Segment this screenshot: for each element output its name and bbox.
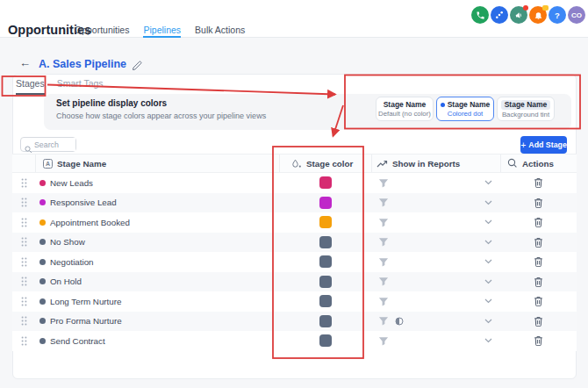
edit-pencil-icon[interactable] (132, 59, 142, 75)
delete-stage-button[interactable] (534, 296, 543, 306)
notification-dot (523, 5, 528, 11)
drag-handle-icon[interactable] (21, 297, 27, 306)
option-label: Stage Name (384, 100, 427, 109)
stage-dot (39, 199, 46, 205)
avatar[interactable]: CO (568, 6, 585, 24)
avatar-initials: CO (571, 11, 582, 19)
trend-icon (376, 159, 388, 169)
stage-color-swatch[interactable] (319, 197, 332, 209)
column-actions: Actions (500, 154, 577, 172)
delete-stage-button[interactable] (534, 237, 543, 248)
funnel-icon[interactable] (378, 237, 389, 247)
option-label: Stage Name (448, 100, 491, 109)
add-stage-button[interactable]: + Add Stage (520, 136, 567, 154)
stage-dot (39, 219, 46, 226)
delete-stage-button[interactable] (534, 335, 543, 346)
drag-column-header (12, 154, 35, 172)
funnel-icon[interactable] (378, 316, 389, 326)
integrations-icon[interactable] (491, 6, 508, 24)
stage-color-swatch[interactable] (319, 236, 332, 248)
stage-name-label: No Show (50, 237, 85, 247)
delete-stage-button[interactable] (534, 198, 543, 208)
bell-icon[interactable] (529, 6, 547, 24)
delete-stage-button[interactable] (534, 217, 543, 227)
funnel-icon[interactable] (378, 297, 389, 306)
pipeline-title: A. Sales Pipeline (39, 58, 126, 70)
drag-handle-icon[interactable] (21, 336, 27, 346)
tab-bulk-actions[interactable]: Bulk Actions (195, 25, 245, 38)
tab-smart-tags[interactable]: Smart Tags (57, 78, 104, 95)
chevron-down-icon[interactable] (484, 240, 492, 245)
display-option-colored-dot[interactable]: Stage Name Colored dot (436, 97, 494, 121)
table-row: Long Term Nurture (12, 291, 577, 312)
delete-stage-button[interactable] (534, 277, 543, 287)
drag-handle-icon[interactable] (21, 218, 27, 227)
funnel-icon[interactable] (378, 257, 389, 267)
banner-title: Set pipeline display colors (56, 98, 167, 108)
delete-stage-button[interactable] (534, 177, 543, 188)
stage-color-swatch[interactable] (319, 176, 332, 189)
stage-color-swatch[interactable] (319, 255, 332, 268)
stage-color-swatch[interactable] (319, 315, 332, 327)
search-input[interactable] (34, 138, 75, 151)
topbar-icon-group: ? CO (471, 6, 585, 24)
tab-stages[interactable]: Stages (16, 78, 45, 95)
stage-dot (39, 239, 46, 245)
table-row: Send Contract (12, 331, 577, 351)
stage-color-swatch[interactable] (319, 295, 332, 307)
stage-dot (39, 298, 46, 305)
drag-handle-icon[interactable] (21, 178, 27, 188)
funnel-icon[interactable] (378, 178, 389, 188)
chevron-down-icon[interactable] (484, 200, 492, 205)
funnel-icon[interactable] (378, 336, 389, 346)
option-dot (441, 103, 445, 107)
stage-dot (39, 259, 46, 265)
stage-color-swatch[interactable] (319, 276, 332, 288)
option-sublabel: Colored dot (448, 110, 483, 118)
stage-color-swatch[interactable] (319, 216, 332, 228)
display-option-background-tint[interactable]: Stage Name Background tint (497, 97, 555, 121)
pipeline-sub-tabs: Stages Smart Tags (16, 78, 104, 95)
display-option-default[interactable]: Stage Name Default (no color) (376, 97, 434, 121)
drag-handle-icon[interactable] (21, 316, 27, 326)
drag-handle-icon[interactable] (21, 198, 27, 207)
tab-pipelines[interactable]: Pipelines (143, 25, 181, 38)
column-stage-color: Stage color (279, 154, 371, 172)
loupe-icon (507, 158, 518, 169)
table-row: New Leads (12, 173, 577, 193)
stage-name-label: Appointment Booked (50, 218, 130, 227)
chevron-down-icon[interactable] (484, 259, 492, 264)
stage-dot (39, 338, 46, 344)
chevron-down-icon[interactable] (484, 279, 492, 284)
help-icon[interactable]: ? (549, 6, 566, 24)
phone-icon[interactable] (471, 6, 489, 24)
search-box (20, 137, 76, 152)
chevron-down-icon[interactable] (484, 180, 492, 185)
chevron-down-icon[interactable] (484, 319, 492, 324)
funnel-icon[interactable] (378, 277, 389, 286)
table-row: Appointment Booked (12, 212, 577, 233)
chevron-down-icon[interactable] (484, 338, 492, 343)
funnel-icon[interactable] (378, 198, 389, 207)
stage-dot (39, 180, 46, 186)
delete-stage-button[interactable] (534, 316, 543, 327)
drag-handle-icon[interactable] (21, 257, 27, 267)
megaphone-icon[interactable] (510, 6, 527, 24)
stage-dot (39, 278, 46, 284)
table-header: A Stage Name Stage color Show in Reports… (12, 154, 577, 173)
table-row: Pro Forma Nurture (12, 312, 577, 332)
tab-opportunities[interactable]: Opportunities (75, 25, 129, 38)
stage-color-swatch[interactable] (319, 334, 332, 347)
drag-handle-icon[interactable] (21, 277, 27, 286)
funnel-icon[interactable] (378, 218, 389, 227)
drag-handle-icon[interactable] (21, 237, 27, 247)
help-glyph: ? (555, 11, 560, 20)
svg-text:A: A (46, 161, 50, 167)
letter-a-icon: A (43, 159, 53, 169)
delete-stage-button[interactable] (534, 256, 543, 267)
chevron-down-icon[interactable] (484, 219, 492, 225)
chevron-down-icon[interactable] (484, 298, 492, 304)
back-button[interactable]: ← (19, 56, 31, 69)
stage-rows: New Leads (12, 173, 577, 351)
top-bar: Opportunities Opportunities Pipelines Bu… (0, 0, 588, 38)
